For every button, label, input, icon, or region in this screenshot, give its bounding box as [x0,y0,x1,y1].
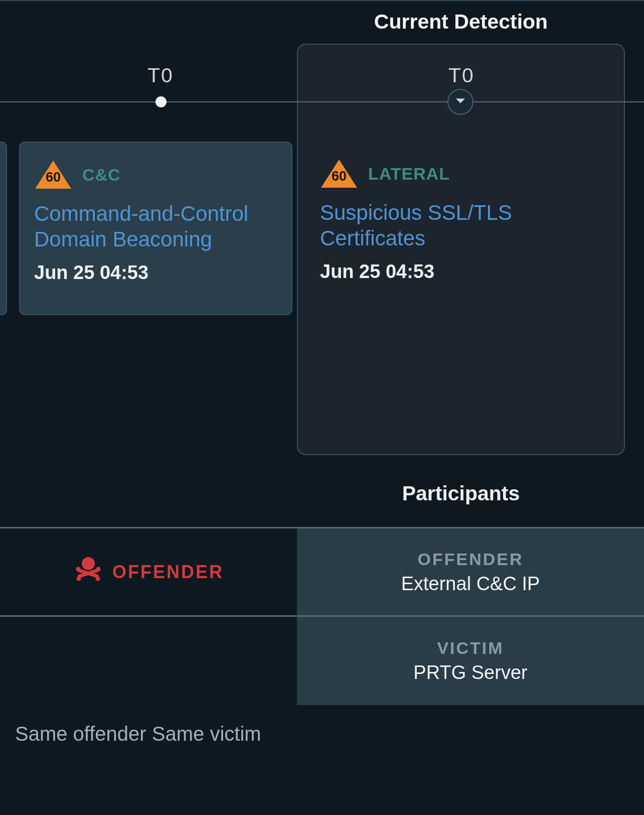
participant-value: External C&C IP [401,573,540,595]
detection-card-header: 60 C&C [34,160,277,190]
timeline-label-t0-right: T0 [431,64,492,87]
timeline-area: Current Detection T0 T0 [0,0,644,135]
current-detection-heading: Current Detection [297,10,625,34]
detection-category: LATERAL [368,164,450,184]
relationship-note: Same offender Same victim [15,723,261,745]
svg-point-5 [77,577,81,581]
skull-crossbones-icon [73,556,103,588]
participant-role: VICTIM [437,638,504,658]
detection-timestamp: Jun 25 04:53 [320,261,591,283]
risk-score: 60 [320,169,358,184]
participant-role: OFFENDER [418,550,524,569]
participants-row-offender: OFFENDER OFFENDER External C&C IP [0,528,644,617]
participants-row-victim: VICTIM PRTG Server [0,617,644,705]
detection-category: C&C [82,165,121,185]
risk-triangle-icon: 60 [34,160,72,190]
detection-card-header: 60 LATERAL [320,159,591,189]
offender-label: OFFENDER [112,562,224,583]
detection-timestamp: Jun 25 04:53 [34,262,277,284]
detection-card-current[interactable]: 60 LATERAL Suspicious SSL/TLS Certificat… [315,142,605,315]
svg-point-3 [76,567,81,572]
participants-left-cell: OFFENDER [0,528,297,615]
detection-title: Suspicious SSL/TLS Certificates [320,200,591,251]
timeline-label-t0-left: T0 [130,64,191,87]
risk-score: 60 [34,170,72,185]
detection-panel: Current Detection T0 T0 60 C&C Command-a… [0,0,644,815]
detection-title: Command-and-Control Domain Beaconing [34,201,277,252]
chevron-down-icon [455,97,466,106]
offender-badge: OFFENDER [73,556,224,588]
participants-table: OFFENDER OFFENDER External C&C IP VICTIM… [0,527,644,705]
participants-left-cell [0,617,297,705]
timeline-marker-dot[interactable] [155,96,167,107]
detection-card[interactable]: 60 C&C Command-and-Control Domain Beacon… [19,142,292,315]
participants-heading: Participants [297,482,625,505]
previous-detection-card-edge[interactable] [0,142,7,315]
svg-point-0 [82,557,95,570]
timeline-marker-dropdown[interactable] [447,89,473,115]
participant-value: PRTG Server [413,662,527,684]
svg-point-6 [96,577,100,581]
participants-right-cell: OFFENDER External C&C IP [297,528,644,615]
risk-triangle-icon: 60 [320,159,358,189]
svg-point-4 [96,567,101,572]
timeline-axis [0,101,644,102]
participants-right-cell: VICTIM PRTG Server [297,617,644,705]
